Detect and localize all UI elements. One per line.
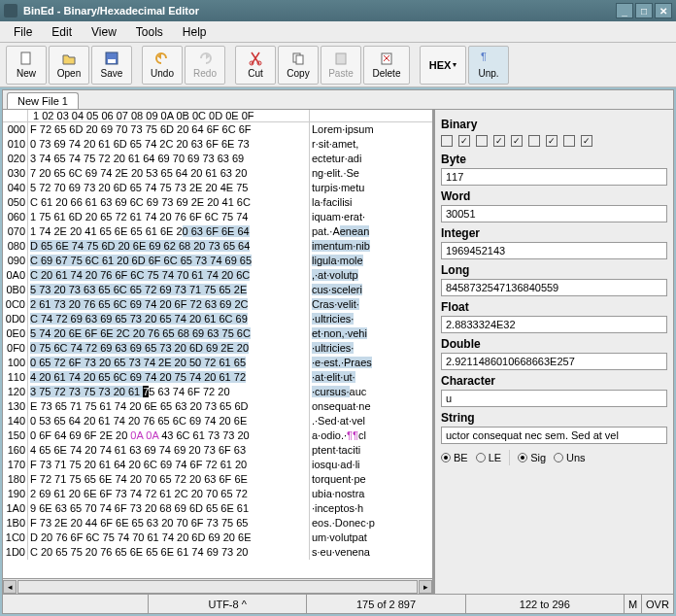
radio-uns[interactable]: Uns [554,452,586,463]
hex-row[interactable]: 0E05 74 20 6E 6F 6E 2C 20 76 65 68 69 63… [3,326,432,341]
binary-label: Binary [441,118,667,131]
hex-row[interactable]: 0F00 75 6C 74 72 69 63 69 65 73 20 6D 69… [3,341,432,356]
word-value[interactable]: 30051 [441,205,667,222]
close-button[interactable]: ✕ [655,3,672,18]
hex-row[interactable]: 1000 65 72 6F 73 20 65 73 74 2E 20 50 72… [3,356,432,370]
hex-row[interactable]: 0601 75 61 6D 20 65 72 61 74 20 76 6F 6C… [3,210,432,224]
hex-row[interactable]: 180F 72 71 75 65 6E 74 20 70 65 72 20 63… [3,472,432,487]
scroll-left-icon[interactable]: ◂ [3,580,17,594]
hex-row[interactable]: 1902 69 61 20 6E 6F 73 74 72 61 2C 20 70… [3,487,432,501]
menu-file[interactable]: File [4,23,42,41]
bit-checkbox[interactable]: ✓ [493,135,505,147]
double-value[interactable]: 2.9211486010668663E257 [441,353,667,370]
undo-button[interactable]: Undo [142,46,183,85]
radio-be[interactable]: BE [441,452,468,463]
inspector-panel: Binary ✓✓✓✓✓ Byte 117 Word 30051 Integer… [434,110,673,594]
character-value[interactable]: u [441,390,667,407]
hex-row[interactable]: 0B05 73 20 73 63 65 6C 65 72 69 73 71 75… [3,283,432,297]
hex-row[interactable]: 0307 20 65 6C 69 74 2E 20 53 65 64 20 61… [3,166,432,181]
copy-button[interactable]: Copy [278,46,319,85]
hex-row[interactable]: 0A0C 20 61 74 20 76 6F 6C 75 74 70 61 74… [3,268,432,283]
hex-row[interactable]: 1B0F 73 2E 20 44 6F 6E 65 63 20 70 6F 73… [3,516,432,530]
bit-checkbox[interactable] [476,135,488,147]
status-mode-ovr[interactable]: OVR [642,595,673,613]
long-value[interactable]: 8458732547136840559 [441,279,667,296]
menu-help[interactable]: Help [173,23,217,41]
svg-rect-7 [336,53,346,64]
word-label: Word [441,189,667,203]
hex-row[interactable]: 0100 73 69 74 20 61 6D 65 74 2C 20 63 6F… [3,137,432,152]
horizontal-scrollbar[interactable]: ◂ ▸ [3,578,432,594]
hex-row[interactable]: 1A09 6E 63 65 70 74 6F 73 20 68 69 6D 65… [3,501,432,516]
byte-value[interactable]: 117 [441,168,667,186]
radio-sig[interactable]: Sig [518,452,546,463]
titlebar: BinEd - Binary/Hexadecimal Editor _ □ ✕ [0,0,676,21]
long-label: Long [441,263,667,277]
cut-button[interactable]: Cut [235,46,276,85]
new-icon [18,51,34,66]
hex-row[interactable]: 170F 73 71 75 20 61 64 20 6C 69 74 6F 72… [3,458,432,472]
hex-mode-button[interactable]: HEX▾ [420,46,466,85]
unp-button[interactable]: ¶Unp. [468,46,509,85]
bit-checkbox[interactable] [441,135,453,147]
paste-icon [333,51,349,66]
hex-editor[interactable]: 1 02 03 04 05 06 07 08 09 0A 0B 0C 0D 0E… [3,110,434,594]
save-button[interactable]: Save [91,46,132,85]
bit-checkbox[interactable]: ✓ [458,135,470,147]
hex-row[interactable]: 000F 72 65 6D 20 69 70 73 75 6D 20 64 6F… [3,122,432,137]
hex-row[interactable]: 1203 75 72 73 75 73 20 61 75 63 74 6F 72… [3,385,432,399]
hex-row[interactable]: 1400 53 65 64 20 61 74 20 76 65 6C 69 74… [3,414,432,428]
bit-checkbox[interactable] [563,135,575,147]
hex-row[interactable]: 1604 65 6E 74 20 74 61 63 69 74 69 20 73… [3,443,432,458]
app-icon [4,4,17,17]
double-label: Double [441,337,667,351]
hex-row[interactable]: 130E 73 65 71 75 61 74 20 6E 65 63 20 73… [3,399,432,414]
menu-view[interactable]: View [82,23,126,41]
radio-le[interactable]: LE [476,452,501,463]
toolbar: New Open Save Undo Redo Cut Copy Paste D… [0,43,676,87]
bit-checkbox[interactable]: ✓ [511,135,523,147]
bit-checkbox[interactable]: ✓ [581,135,592,147]
delete-button[interactable]: Delete [363,46,410,85]
status-position: 175 of 2 897 [307,595,465,613]
float-label: Float [441,300,667,314]
paste-button[interactable]: Paste [321,46,361,85]
hex-row[interactable]: 0C02 61 73 20 76 65 6C 69 74 20 6F 72 63… [3,297,432,312]
hex-row[interactable]: 0405 72 70 69 73 20 6D 65 74 75 73 2E 20… [3,181,432,195]
menu-edit[interactable]: Edit [42,23,82,41]
hex-row[interactable]: 1500 6F 64 69 6F 2E 20 0A 0A 43 6C 61 73… [3,428,432,443]
undo-icon [154,51,170,66]
integer-value[interactable]: 1969452143 [441,242,667,259]
status-mode-m[interactable]: M [625,595,642,613]
tab-file-1[interactable]: New File 1 [7,92,79,109]
string-label: String [441,411,667,425]
string-value[interactable]: uctor consequat nec sem. Sed at vel [441,427,667,444]
chevron-down-icon: ▾ [453,60,456,69]
status-encoding[interactable]: UTF-8 ^ [149,595,307,613]
minimize-button[interactable]: _ [616,3,633,18]
integer-label: Integer [441,226,667,240]
bit-checkbox[interactable]: ✓ [546,135,558,147]
hex-row[interactable]: 0D0C 74 72 69 63 69 65 73 20 65 74 20 61… [3,312,432,326]
binary-bits[interactable]: ✓✓✓✓✓ [441,133,667,149]
new-button[interactable]: New [6,46,47,85]
scroll-right-icon[interactable]: ▸ [419,580,432,594]
maximize-button[interactable]: □ [635,3,653,18]
hex-row[interactable]: 050C 61 20 66 61 63 69 6C 69 73 69 2E 20… [3,195,432,210]
menu-tools[interactable]: Tools [126,23,173,41]
hex-row[interactable]: 0203 74 65 74 75 72 20 61 64 69 70 69 73… [3,152,432,166]
float-value[interactable]: 2.8833324E32 [441,316,667,333]
menubar: File Edit View Tools Help [0,21,676,43]
bit-checkbox[interactable] [528,135,540,147]
character-label: Character [441,374,667,388]
hex-row[interactable]: 1104 20 61 74 20 65 6C 69 74 20 75 74 20… [3,370,432,385]
redo-button[interactable]: Redo [185,46,225,85]
hex-row[interactable]: 090C 69 67 75 6C 61 20 6D 6F 6C 65 73 74… [3,254,432,268]
open-icon [61,51,77,66]
hex-row[interactable]: 080D 65 6E 74 75 6D 20 6E 69 62 68 20 73… [3,239,432,254]
hex-row[interactable]: 1C0D 20 76 6F 6C 75 74 70 61 74 20 6D 69… [3,530,432,545]
hex-row[interactable]: 0701 74 2E 20 41 65 6E 65 61 6E 20 63 6F… [3,224,432,239]
svg-rect-6 [296,55,303,64]
hex-row[interactable]: 1D0C 20 65 75 20 76 65 6E 65 6E 61 74 69… [3,545,432,560]
open-button[interactable]: Open [49,46,89,85]
